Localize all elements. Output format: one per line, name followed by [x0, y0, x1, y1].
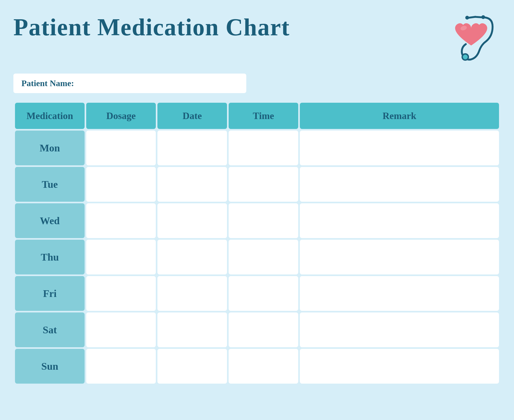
data-cell-thu-1 — [157, 240, 227, 274]
svg-point-3 — [465, 16, 469, 20]
col-header-time: Time — [229, 103, 298, 129]
data-cell-tue-1 — [157, 167, 227, 202]
day-cell-sun: Sun — [15, 349, 85, 384]
table-row: Sat — [15, 312, 499, 347]
data-cell-wed-3 — [300, 203, 499, 238]
data-cell-sun-0 — [86, 349, 156, 384]
patient-name-label: Patient Name: — [21, 78, 74, 88]
data-cell-mon-0 — [86, 131, 156, 165]
data-cell-sat-1 — [157, 312, 227, 347]
table-row: Tue — [15, 167, 499, 202]
heart-stethoscope-illustration — [442, 12, 501, 66]
patient-name-bar: Patient Name: — [13, 74, 246, 93]
data-cell-sat-2 — [229, 312, 298, 347]
data-cell-sat-0 — [86, 312, 156, 347]
data-cell-fri-1 — [157, 276, 227, 311]
day-cell-fri: Fri — [15, 276, 85, 311]
table-header-row: Medication Dosage Date Time Remark — [15, 103, 499, 129]
data-cell-fri-2 — [229, 276, 298, 311]
data-cell-tue-2 — [229, 167, 298, 202]
data-cell-thu-2 — [229, 240, 298, 274]
data-cell-fri-3 — [300, 276, 499, 311]
data-cell-sun-2 — [229, 349, 298, 384]
data-cell-mon-1 — [157, 131, 227, 165]
header: Patient Medication Chart — [13, 11, 501, 66]
col-header-medication: Medication — [15, 103, 85, 129]
table-row: Sun — [15, 349, 499, 384]
data-cell-thu-3 — [300, 240, 499, 274]
data-cell-tue-3 — [300, 167, 499, 202]
svg-point-2 — [481, 15, 485, 19]
table-row: Mon — [15, 131, 499, 165]
svg-point-5 — [463, 55, 468, 59]
data-cell-sun-1 — [157, 349, 227, 384]
data-cell-wed-2 — [229, 203, 298, 238]
data-cell-thu-0 — [86, 240, 156, 274]
data-cell-fri-0 — [86, 276, 156, 311]
data-cell-sun-3 — [300, 349, 499, 384]
data-cell-wed-0 — [86, 203, 156, 238]
day-cell-tue: Tue — [15, 167, 85, 202]
col-header-date: Date — [157, 103, 227, 129]
data-cell-sat-3 — [300, 312, 499, 347]
data-cell-wed-1 — [157, 203, 227, 238]
day-cell-mon: Mon — [15, 131, 85, 165]
day-cell-wed: Wed — [15, 203, 85, 238]
data-cell-mon-3 — [300, 131, 499, 165]
col-header-dosage: Dosage — [86, 103, 156, 129]
table-row: Fri — [15, 276, 499, 311]
data-cell-tue-0 — [86, 167, 156, 202]
table-row: Wed — [15, 203, 499, 238]
table-row: Thu — [15, 240, 499, 274]
col-header-remark: Remark — [300, 103, 499, 129]
medication-table: Medication Dosage Date Time Remark MonTu… — [13, 101, 501, 385]
page-title: Patient Medication Chart — [13, 11, 290, 41]
day-cell-thu: Thu — [15, 240, 85, 274]
page-container: Patient Medication Chart Patient Name: — [13, 11, 501, 420]
day-cell-sat: Sat — [15, 312, 85, 347]
data-cell-mon-2 — [229, 131, 298, 165]
